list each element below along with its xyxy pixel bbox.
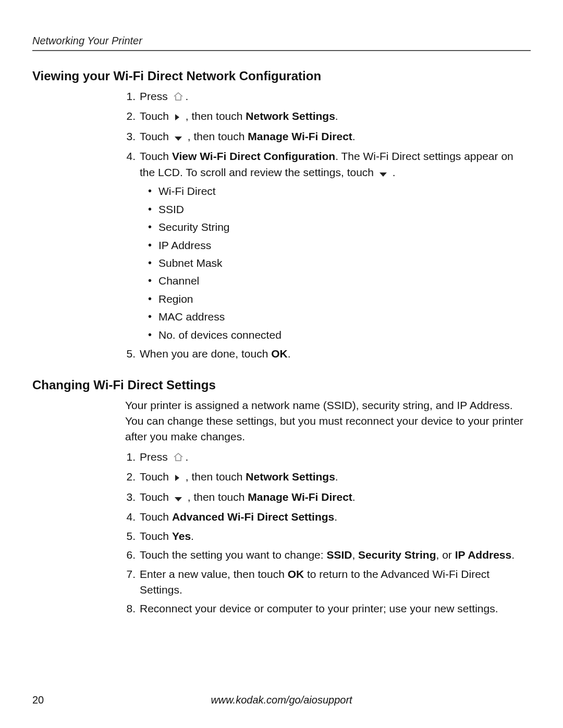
right-arrow-icon xyxy=(174,109,180,125)
down-arrow-icon xyxy=(174,490,182,506)
page-footer: 20 www.kodak.com/go/aiosupport xyxy=(32,694,531,706)
page-number: 20 xyxy=(32,694,44,706)
step-7: 7. Enter a new value, then touch OK to r… xyxy=(125,566,531,598)
footer-url: www.kodak.com/go/aiosupport xyxy=(32,694,531,706)
step-6: 6. Touch the setting you want to change:… xyxy=(125,547,531,563)
section-title-1: Viewing your Wi-Fi Direct Network Config… xyxy=(32,69,531,83)
home-icon xyxy=(173,90,183,105)
bullet-item: Region xyxy=(140,291,531,307)
bullet-item: IP Address xyxy=(140,238,531,253)
step-1: 1. Press . xyxy=(125,89,531,105)
bullet-item: SSID xyxy=(140,202,531,217)
home-icon xyxy=(173,450,183,466)
step-8: 8. Reconnect your device or computer to … xyxy=(125,601,531,616)
bullet-item: Wi-Fi Direct xyxy=(140,183,531,199)
section-title-2: Changing Wi-Fi Direct Settings xyxy=(32,378,531,392)
bullet-item: Subnet Mask xyxy=(140,255,531,271)
right-arrow-icon xyxy=(174,470,180,486)
step-2: 2. Touch , then touch Network Settings. xyxy=(125,469,531,486)
step-3: 3. Touch , then touch Manage Wi-Fi Direc… xyxy=(125,489,531,506)
document-page: Networking Your Printer Viewing your Wi-… xyxy=(0,0,563,728)
step-4: 4. Touch View Wi-Fi Direct Configuration… xyxy=(125,149,531,343)
step-2: 2. Touch , then touch Network Settings. xyxy=(125,108,531,125)
bullet-item: Security String xyxy=(140,219,531,235)
step-1: 1. Press . xyxy=(125,449,531,466)
step-5: 5. Touch Yes. xyxy=(125,528,531,544)
step-3: 3. Touch , then touch Manage Wi-Fi Direc… xyxy=(125,129,531,145)
bullet-item: MAC address xyxy=(140,309,531,325)
running-header: Networking Your Printer xyxy=(32,35,531,51)
section-2-intro: Your printer is assigned a network name … xyxy=(125,398,531,445)
section-2-steps: 1. Press . 2. Touch , then touch Network… xyxy=(125,449,531,617)
down-arrow-icon xyxy=(379,166,387,181)
down-arrow-icon xyxy=(174,130,182,145)
bullet-item: Channel xyxy=(140,273,531,289)
section-1-body: 1. Press . 2. Touch , then touch Network… xyxy=(125,89,531,362)
section-2-body: Your printer is assigned a network name … xyxy=(125,398,531,617)
bullet-item: No. of devices connected xyxy=(140,327,531,343)
section-1-bullets: Wi-Fi Direct SSID Security String IP Add… xyxy=(140,183,531,343)
step-4: 4. Touch Advanced Wi-Fi Direct Settings. xyxy=(125,509,531,525)
step-5: 5. When you are done, touch OK. xyxy=(125,346,531,362)
section-1-steps: 1. Press . 2. Touch , then touch Network… xyxy=(125,89,531,362)
